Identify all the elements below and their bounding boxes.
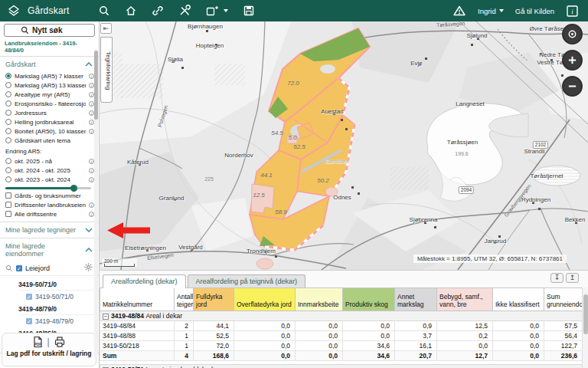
sidebar-scrollbar[interactable] — [94, 49, 98, 356]
checkbox[interactable]: ✓ — [26, 294, 32, 300]
table-row[interactable]: 3419-48/84244,10,00,00,00,912,50,057,5 — [100, 321, 583, 331]
radio-button[interactable] — [5, 167, 11, 173]
radio-button[interactable] — [5, 176, 11, 182]
table-group-row[interactable]: −3419-50/71 Lagret eiendom (dekar) — [100, 365, 583, 368]
save-icon[interactable] — [243, 5, 255, 17]
column-header[interactable]: Innmarksbeite — [296, 288, 343, 311]
layer-option[interactable]: Bonitet (AR50), 10 klasseri — [0, 127, 99, 136]
leiejord-checkbox[interactable]: ✓ — [16, 265, 22, 271]
checkbox-option[interactable]: Gårds- og bruksnummer — [0, 191, 99, 200]
radio-button[interactable] — [5, 110, 11, 116]
info-icon[interactable]: i — [89, 120, 94, 125]
app-logo-icon[interactable] — [6, 3, 21, 18]
info-icon[interactable]: i — [89, 83, 94, 88]
layer-option[interactable]: Arealtype myr (AR5)i — [0, 90, 99, 99]
option-label: Gårds- og bruksnummer — [15, 192, 81, 199]
layer-option[interactable]: Markslag (AR5) 7 klasseri — [0, 71, 99, 80]
search-input[interactable] — [32, 26, 78, 34]
endring-option[interactable]: okt. 2025 - nåi — [0, 156, 99, 166]
endring-option[interactable]: okt. 2023 - okt. 2024i — [0, 175, 99, 184]
layer-option[interactable]: Markslag (AR5) 13 klasseri — [0, 80, 99, 90]
radio-button[interactable] — [5, 158, 11, 164]
panel-gardskart[interactable]: Gårdskart — [0, 57, 99, 71]
endring-option[interactable]: okt. 2024 - okt. 2025i — [0, 166, 99, 175]
pdf-print-button[interactable]: PDF | Lag pdf for utskrift / lagring — [2, 333, 96, 366]
checkbox-option[interactable]: Driftssenter landbrukseiendomi — [0, 200, 99, 209]
table-row[interactable]: 3419-50/218172,00,00,034,616,10,00,0122,… — [100, 341, 583, 351]
column-header[interactable]: Produktiv skog — [343, 288, 395, 311]
panel-saved-properties[interactable]: Mine lagrede eiendommer — [0, 238, 99, 261]
collapse-icon[interactable]: − — [103, 314, 109, 320]
info-icon[interactable]: i — [89, 101, 94, 107]
legend-tab[interactable]: Tegnforklaring — [100, 37, 113, 103]
saved-property-title[interactable]: 3419-48/79/0 — [18, 304, 99, 315]
collapse-panel-icon[interactable]: ↧ — [550, 273, 564, 283]
home-icon[interactable] — [125, 5, 137, 17]
kilden-link[interactable]: Gå til Kilden — [515, 7, 554, 15]
layer-option[interactable]: Helling jordbruksareali — [0, 117, 99, 127]
expand-panel-icon[interactable]: ↥ — [566, 273, 579, 283]
layer-option[interactable]: Gårdskart uten tema — [0, 136, 99, 145]
add-map-layer-icon[interactable] — [205, 5, 228, 17]
panel-saved-drawings[interactable]: Mine lagrede tegninger — [0, 222, 99, 237]
tools-icon[interactable] — [178, 5, 191, 17]
info-icon[interactable]: i — [89, 212, 94, 217]
column-header[interactable]: Matrikkelnummer — [100, 288, 175, 311]
search-field[interactable] — [4, 24, 95, 37]
map-canvas[interactable]: BjørnhaugenHopteigenSjøliaKåterudGranlun… — [100, 21, 588, 270]
column-header[interactable]: Annet markslag — [395, 288, 437, 311]
gear-icon[interactable] — [84, 263, 93, 273]
column-header[interactable]: Bebygd, samf., vann, bre — [437, 288, 493, 311]
column-header[interactable]: Antall teiger — [175, 288, 194, 311]
checkbox[interactable] — [5, 211, 11, 217]
info-icon[interactable]: i — [89, 168, 94, 173]
chevron-up-icon — [85, 62, 93, 67]
saved-property-item[interactable]: ✓3419-50/71/0 — [26, 293, 99, 301]
collapse-sidebar-icon[interactable]: ⇤ — [100, 23, 112, 34]
table-row[interactable]: 3419-48/88152,50,00,00,03,70,20,056,4 — [100, 331, 583, 341]
table-scrollbar[interactable] — [582, 288, 588, 368]
info-icon[interactable]: i — [89, 110, 94, 116]
radio-button[interactable] — [5, 91, 11, 97]
column-header[interactable]: Sum grunneiendom — [544, 288, 583, 311]
user-menu[interactable]: Ingrid — [478, 7, 504, 15]
radio-button[interactable] — [5, 82, 11, 88]
tab-arealfordeling[interactable]: Arealfordeling (dekar) — [103, 274, 186, 288]
zoom-in-icon[interactable] — [562, 50, 583, 71]
saved-property-title[interactable]: 3419-50/71/0 — [18, 279, 99, 291]
radio-button[interactable] — [5, 73, 11, 79]
tab-arealfordeling-teignivaa[interactable]: Arealfordeling på teignivå (dekar) — [188, 274, 306, 288]
layer-option[interactable]: Erosjonsrisiko - flateerosjoni — [0, 99, 99, 108]
info-icon[interactable]: i — [89, 202, 94, 208]
info-icon[interactable]: i — [89, 74, 94, 79]
info-icon[interactable]: i — [89, 129, 94, 134]
checkbox[interactable] — [5, 192, 11, 199]
table-row[interactable]: Sum4168,60,00,034,620,712,70,0236,6 — [100, 351, 583, 361]
radio-button[interactable] — [5, 100, 11, 107]
table-group-row[interactable]: −3419-48/84 Areal i dekar — [100, 311, 583, 321]
zoom-out-icon[interactable] — [562, 76, 583, 97]
info-icon[interactable]: i — [89, 159, 94, 164]
radio-button[interactable] — [5, 119, 11, 125]
column-header[interactable]: Ikke klassifisert — [493, 288, 544, 311]
info-icon[interactable]: i — [89, 177, 94, 182]
locate-icon[interactable] — [562, 24, 583, 44]
search-icon[interactable] — [5, 264, 13, 272]
radio-button[interactable] — [5, 137, 11, 143]
warning-icon[interactable] — [452, 5, 466, 17]
info-icon[interactable]: i — [89, 92, 94, 97]
info-icon[interactable]: i — [566, 5, 579, 18]
time-slider[interactable] — [0, 184, 99, 191]
column-header[interactable]: Fulldyrka jord — [194, 288, 234, 311]
saved-property-item[interactable]: ✓3419-48/79/0 — [26, 317, 99, 325]
checkbox[interactable] — [5, 202, 11, 208]
layer-option[interactable]: Jordressursi — [0, 108, 99, 117]
column-header[interactable]: Overflatedyrka jord — [234, 288, 296, 311]
link-icon[interactable] — [152, 5, 164, 17]
checkbox-option[interactable]: Alle driftssentrei — [0, 209, 99, 219]
radio-button[interactable] — [5, 128, 11, 134]
checkbox[interactable]: ✓ — [26, 318, 32, 324]
endring-list: okt. 2025 - nåiokt. 2024 - okt. 2025iokt… — [0, 156, 99, 184]
table-cell: 0,0 — [234, 351, 296, 361]
search-icon[interactable] — [98, 5, 110, 17]
